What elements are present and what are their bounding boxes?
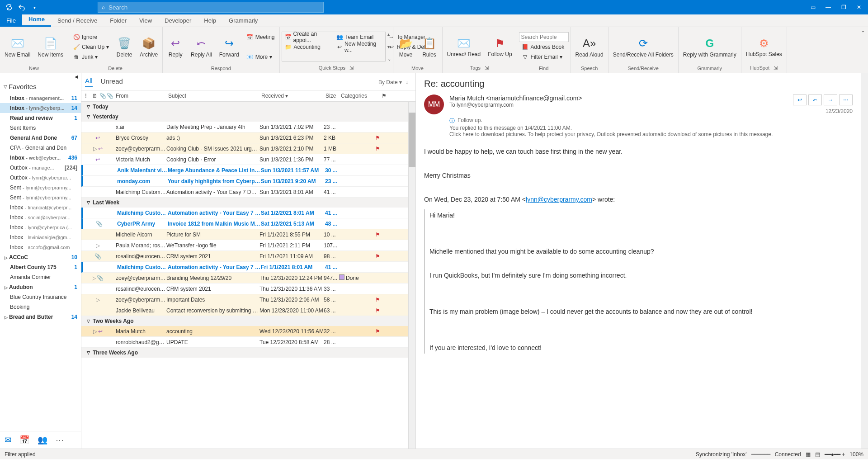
tab-help[interactable]: Help — [198, 14, 222, 27]
message-row[interactable]: rosalind@eurocentres-...CRM system 2021T… — [81, 283, 408, 294]
message-row[interactable]: ▷ zoey@cyberprarmy.co...Important DatesT… — [81, 294, 408, 305]
list-scrollbar[interactable] — [408, 102, 415, 449]
favorites-header[interactable]: ▽Favorites — [0, 80, 81, 93]
col-size[interactable]: Size — [324, 93, 339, 99]
more-nav-icon[interactable]: ⋯ — [56, 435, 64, 445]
message-row[interactable]: ronrobichaud2@gmail...UPDATETue 12/22/20… — [81, 337, 408, 348]
message-row[interactable]: Michelle AlcornPicture for SMFri 1/1/202… — [81, 229, 408, 240]
sidebar-item[interactable]: Sent - lynn@cyberprarmy... — [0, 183, 81, 193]
sort-desc-icon[interactable]: ↓ — [406, 79, 408, 85]
reply-grammarly-button[interactable]: GReply with Grammarly — [680, 29, 739, 65]
sidebar-item[interactable]: Inbox - lynn@cyberp...14 — [0, 103, 81, 113]
send-receive-all-button[interactable]: ⟳Send/Receive All Folders — [610, 29, 676, 65]
message-row[interactable]: ▷↩ zoey@cyberprarmy.co...Cooking Club - … — [81, 143, 408, 154]
sidebar-item[interactable]: ▷Bread and Butter14 — [0, 312, 81, 322]
message-row[interactable]: ↩ Victoria MutchCooking Club - ErrorSun … — [81, 154, 408, 165]
message-row[interactable]: 📎 rosalind@eurocentres-...CRM system 202… — [81, 251, 408, 262]
col-categories[interactable]: Categories — [339, 93, 380, 99]
window-presentation-icon[interactable]: ▭ — [809, 4, 816, 11]
tab-view[interactable]: View — [133, 14, 158, 27]
minimize-icon[interactable]: — — [825, 4, 832, 11]
more-action[interactable]: ⋯ — [839, 94, 853, 105]
qs-new-meeting[interactable]: ↩New Meeting w... — [334, 42, 385, 52]
col-icon[interactable]: 📎 — [98, 93, 105, 99]
reading-scrollbar[interactable] — [861, 73, 868, 449]
move-button[interactable]: 📂Move — [395, 29, 417, 65]
message-row[interactable]: 📎 CyberPR ArmyInvoice 1812 from Malkin M… — [81, 218, 408, 229]
message-row[interactable]: ↩ Bryce Crosbyads :)Sun 1/3/2021 6:23 PM… — [81, 132, 408, 143]
collapse-left-icon[interactable]: ◀ — [75, 74, 78, 79]
message-row[interactable]: Jackie BelliveauContact reconversion by … — [81, 305, 408, 316]
message-row[interactable]: x.aiDaily Meeting Prep - January 4thSun … — [81, 122, 408, 132]
view-reading-icon[interactable]: ▤ — [815, 451, 820, 458]
sidebar-item[interactable]: ▷ACCoC10 — [0, 252, 81, 262]
qs-accounting[interactable]: 📁Accounting — [282, 42, 334, 52]
collapse-ribbon-icon[interactable]: ⌃ — [858, 27, 868, 73]
message-row[interactable]: Mailchimp Customer S...Automation activi… — [81, 187, 408, 198]
search-people-input[interactable] — [519, 32, 569, 42]
sidebar-item[interactable]: General And Done67 — [0, 133, 81, 143]
zoom-level[interactable]: 100% — [849, 451, 863, 458]
tab-home[interactable]: Home — [22, 13, 51, 27]
sidebar-item[interactable]: Booking — [0, 302, 81, 312]
col-from[interactable]: From — [114, 93, 166, 99]
filter-unread[interactable]: Unread — [101, 77, 123, 87]
sidebar-item[interactable]: Albert County 1751 — [0, 262, 81, 272]
search-box[interactable]: ⌕ — [98, 2, 324, 13]
read-aloud-button[interactable]: A»Read Aloud — [573, 29, 606, 65]
sidebar-item[interactable]: Outbox - lynn@cyberprar... — [0, 173, 81, 183]
sort-by-date[interactable]: By Date ▾ — [378, 79, 402, 85]
message-row[interactable]: ▷ Paula Morand; rosalin...WeTransfer -lo… — [81, 240, 408, 251]
reply-button[interactable]: ↩Reply — [165, 29, 186, 65]
message-row[interactable]: Anik Malenfant via A...Merge Abundance &… — [81, 165, 408, 176]
qs-expand-icon[interactable]: ⌄ — [387, 57, 391, 61]
hubspot-button[interactable]: ⚙HubSpot Sales — [743, 28, 785, 65]
sidebar-item[interactable]: Inbox - laviniadaigle@gm... — [0, 232, 81, 242]
followup-button[interactable]: ⚑Follow Up — [485, 28, 514, 65]
sidebar-item[interactable]: Sent - lynn@cyberprarmy... — [0, 193, 81, 203]
group-header[interactable]: ▽ Today — [81, 102, 408, 112]
qs-create-appt[interactable]: 📅Create an appoi... — [282, 32, 334, 42]
reply-all-button[interactable]: ⤺Reply All — [188, 29, 215, 65]
forward-action[interactable]: → — [824, 94, 837, 105]
sidebar-item[interactable]: Inbox - accofc@gmail.com — [0, 242, 81, 252]
mail-nav-icon[interactable]: ✉ — [5, 435, 11, 445]
group-header[interactable]: ▽ Three Weeks Ago — [81, 348, 408, 358]
filter-all[interactable]: All — [85, 77, 93, 87]
sidebar-item[interactable]: Sent Items — [0, 123, 81, 133]
delete-button[interactable]: 🗑️Delete — [113, 29, 135, 65]
reply-all-action[interactable]: ⤺ — [808, 94, 822, 105]
sidebar-item[interactable]: Amanda Cormier — [0, 272, 81, 282]
undo-icon[interactable] — [18, 4, 25, 11]
download-pics-banner[interactable]: Click here to download pictures. To help… — [449, 131, 773, 137]
more-button[interactable]: 📧More ▾ — [244, 52, 278, 62]
close-icon[interactable]: ✕ — [855, 4, 863, 11]
sidebar-item[interactable]: Inbox - web@cyber...436 — [0, 153, 81, 163]
sidebar-item[interactable]: Outbox - manage...[224] — [0, 163, 81, 173]
forward-button[interactable]: ↪Forward — [217, 29, 242, 65]
message-row[interactable]: Mailchimp Customer ...Automation activit… — [81, 208, 408, 218]
tab-grammarly[interactable]: Grammarly — [222, 14, 264, 27]
quoted-email-link[interactable]: lynn@cyberprarmy.com — [526, 196, 592, 203]
col-flag[interactable]: ⚑ — [380, 93, 387, 99]
archive-button[interactable]: 📦Archive — [137, 29, 160, 65]
col-reminder[interactable]: 🗎 — [90, 93, 98, 99]
maximize-icon[interactable]: ❐ — [840, 4, 847, 11]
message-row[interactable]: ▷📎 zoey@cyberprarmy.co...Branding Meetin… — [81, 273, 408, 283]
reply-action[interactable]: ↩ — [793, 94, 807, 105]
sidebar-item[interactable]: Read and review1 — [0, 113, 81, 123]
col-attach[interactable]: 📎 — [105, 93, 114, 99]
sidebar-item[interactable]: Inbox - social@cyberprar... — [0, 213, 81, 222]
sidebar-item[interactable]: Blue Country Insurance — [0, 292, 81, 302]
new-items-button[interactable]: 📄New Items — [35, 29, 66, 65]
new-email-button[interactable]: ✉️New Email — [2, 29, 33, 65]
qs-down-icon[interactable]: ▾ — [387, 44, 391, 49]
sync-icon[interactable] — [5, 4, 13, 11]
tab-send-receive[interactable]: Send / Receive — [51, 14, 104, 27]
sidebar-item[interactable]: ▷Audubon1 — [0, 282, 81, 292]
unread-read-button[interactable]: ✉️Unread/ Read — [444, 28, 484, 65]
meeting-button[interactable]: 📅Meeting — [244, 32, 278, 42]
col-received[interactable]: Received ▾ — [259, 93, 324, 99]
tab-folder[interactable]: Folder — [104, 14, 133, 27]
message-row[interactable]: ▷↩ Maria MutchaccountingWed 12/23/2020 1… — [81, 326, 408, 337]
